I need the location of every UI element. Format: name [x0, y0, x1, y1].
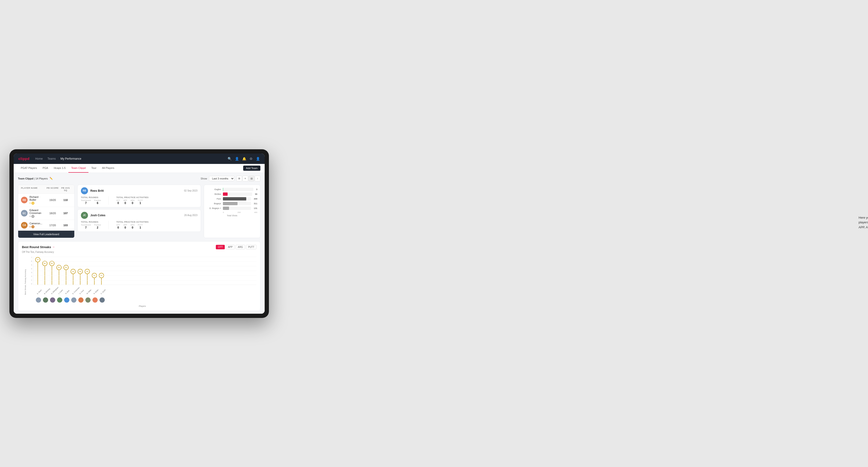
player-avatar	[43, 298, 48, 303]
player-avatar	[50, 298, 55, 303]
app-val: 0	[125, 201, 126, 205]
putt-label: PUTT	[138, 199, 143, 201]
bell-icon[interactable]: 🔔	[242, 157, 246, 161]
player-info: EC Edward Crossman ♥ 2	[21, 209, 45, 218]
player-col: 4x	[70, 269, 76, 285]
rank-badge: 1	[31, 201, 34, 205]
player-score: 18/20	[45, 212, 60, 215]
edit-icon[interactable]: ✏️	[50, 177, 53, 180]
y-ticks: 7 6 5 4 3 2 1 0	[28, 257, 33, 285]
list-view-btn[interactable]: ≡	[243, 176, 248, 181]
subnav-tour[interactable]: Tour	[88, 164, 99, 173]
player-row[interactable]: EC Edward Crossman ♥ 2 1	[18, 207, 74, 220]
streak-bubble: 5x	[56, 265, 62, 270]
streaks-section: Best Round Streaks ← OTT APP ARG PUTT Of…	[18, 241, 260, 311]
add-team-button[interactable]: Add Team	[243, 165, 260, 171]
x-label: 400	[254, 211, 257, 214]
y-tick: 6	[31, 260, 32, 262]
subnav-team-clippd[interactable]: Team Clippd	[68, 164, 88, 173]
stat-divider	[108, 196, 109, 205]
x-label: 0	[223, 211, 224, 214]
ott-stat: OTT 0	[116, 199, 120, 205]
filter-app-btn[interactable]: APP	[226, 245, 235, 249]
bar-value: 3	[256, 188, 257, 191]
bar-container	[223, 192, 252, 196]
view-leaderboard-button[interactable]: View Full Leaderboard	[18, 231, 74, 238]
ott-label: OTT	[116, 224, 120, 226]
player-avg: 107	[60, 212, 71, 215]
player-name-label: E. Ebert	[36, 290, 41, 294]
player-name-label: D. Billingham	[51, 290, 56, 294]
show-label: Show	[200, 177, 207, 180]
y-tick: 2	[31, 276, 32, 277]
player-row[interactable]: RB Richard Butler ♥ 1 19	[18, 194, 74, 207]
practice-activities-label: Total Practice Activities	[116, 196, 149, 198]
card-player-name[interactable]: Rees Britt	[90, 189, 104, 192]
search-icon[interactable]: 🔍	[228, 157, 231, 161]
streak-line	[101, 278, 102, 285]
player-name-label: J. Coles	[58, 290, 63, 294]
player-avatar	[57, 298, 62, 303]
panels-row: PLAYER NAME PB SCORE PB AVG SQ RB	[18, 185, 260, 238]
player-avatar	[36, 298, 41, 303]
nav-teams[interactable]: Teams	[48, 157, 56, 160]
player-name-label: E. Crossman	[72, 290, 77, 294]
filter-arg-btn[interactable]: ARG	[236, 245, 245, 249]
player-avatar	[99, 298, 105, 303]
y-tick: 5	[31, 264, 32, 266]
player-name-label: R. Butler	[93, 290, 98, 294]
settings-icon[interactable]: ⚙	[250, 157, 253, 161]
subnav-all-players[interactable]: All Players	[99, 164, 117, 173]
card-player-name[interactable]: Josh Coles	[90, 214, 105, 217]
sort-btn[interactable]: ↕	[255, 176, 260, 181]
annotation-text: Here you can see streaks your players ha…	[859, 215, 868, 230]
activities-sub-row: OTT 0 APP 0 ARG	[116, 224, 149, 229]
player-name-label: D. Ford	[79, 290, 84, 294]
ott-val: 0	[118, 201, 119, 205]
bar-value: 499	[254, 198, 257, 200]
subnav-pgat[interactable]: PGAT Players	[18, 164, 40, 173]
player-col: 6x	[49, 261, 55, 285]
logo: clippd	[19, 157, 30, 161]
bar-label: Eagles	[207, 188, 221, 191]
bar-row: Birdies 96	[207, 192, 257, 196]
col-header-avg: PB AVG SQ	[60, 187, 71, 191]
player-badge: ♥ 3	[30, 225, 42, 228]
nav-home[interactable]: Home	[35, 157, 43, 160]
y-tick: 4	[31, 268, 32, 270]
chart-footer-label: Total Shots	[207, 214, 257, 217]
player-row[interactable]: CA Cameron... ♥ 3 17/20	[18, 220, 74, 231]
avatar: CA	[21, 222, 28, 228]
subnav-hcaps[interactable]: Hcaps 1-5	[51, 164, 68, 173]
filter-putt-btn[interactable]: PUTT	[246, 245, 256, 249]
subnav-pga[interactable]: PGA	[40, 164, 51, 173]
card-view-btn[interactable]: ▤	[249, 176, 254, 181]
y-tick: 3	[31, 272, 32, 273]
users-icon[interactable]: 👤	[235, 157, 239, 161]
avatar-icon[interactable]: 👤	[256, 157, 260, 161]
filter-ott-btn[interactable]: OTT	[216, 245, 225, 249]
total-rounds-label: Total Rounds	[81, 196, 101, 198]
grid-view-btn[interactable]: ⊞	[236, 176, 242, 181]
tournament-label: Tournament	[81, 199, 91, 201]
arg-stat: ARG 0	[130, 224, 134, 229]
col-header-player: PLAYER NAME	[21, 187, 45, 191]
streaks-subtitle-secondary: Fairway Accuracy	[35, 251, 54, 253]
player-col: 3x	[92, 273, 97, 285]
tournament-label: Tournament	[81, 224, 91, 226]
gridline	[33, 280, 256, 281]
ott-val: 0	[118, 226, 119, 229]
putt-stat: PUTT 1	[138, 224, 143, 229]
arg-label: ARG	[130, 224, 134, 226]
player-col: 5x	[63, 265, 69, 285]
show-select[interactable]: Last 3 months Last 6 months Last year	[209, 176, 235, 181]
practice-val: 6	[97, 201, 98, 205]
nav-performance[interactable]: My Performance	[61, 157, 81, 160]
avatar-initials: EC	[21, 210, 28, 217]
tournament-stat: Tournament 7	[81, 224, 91, 229]
bar-fill	[223, 207, 229, 210]
stat-divider	[108, 221, 109, 229]
bar-fill	[223, 202, 238, 205]
player-name: Richard Butler	[30, 195, 45, 201]
subnav-actions: Add Team	[243, 165, 260, 171]
